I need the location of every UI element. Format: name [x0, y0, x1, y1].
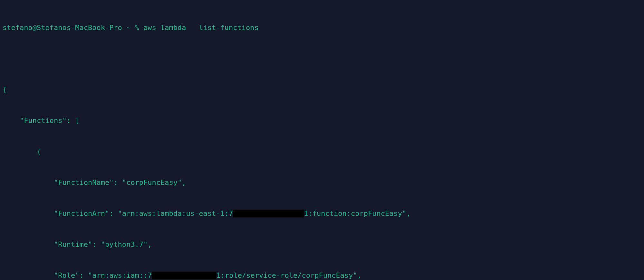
command-text: aws lambda list-functions: [143, 24, 259, 32]
role-prefix: "Role": "arn:aws:iam::7: [3, 271, 152, 279]
arn-suffix: 1:function:corpFuncEasy",: [304, 209, 410, 217]
json-functions-key: "Functions": [: [3, 115, 641, 126]
redacted-account-id-arn: [233, 210, 304, 217]
blank-line: [3, 54, 641, 64]
prompt-userhost: stefano@Stefanos-MacBook-Pro: [3, 24, 122, 32]
json-runtime: "Runtime": "python3.7",: [3, 239, 641, 250]
arn-prefix: "FunctionArn": "arn:aws:lambda:us-east-1…: [3, 209, 233, 217]
json-function-arn: "FunctionArn": "arn:aws:lambda:us-east-1…: [3, 208, 641, 219]
json-function-name: "FunctionName": "corpFuncEasy",: [3, 177, 641, 188]
terminal-window[interactable]: stefano@Stefanos-MacBook-Pro ~ % aws lam…: [0, 0, 644, 280]
role-suffix: 1:role/service-role/corpFuncEasy",: [216, 271, 361, 279]
prompt-path: ~: [126, 24, 130, 32]
prompt-line[interactable]: stefano@Stefanos-MacBook-Pro ~ % aws lam…: [3, 23, 641, 33]
json-open-brace: {: [3, 85, 641, 95]
json-role: "Role": "arn:aws:iam::7 1:role/service-r…: [3, 270, 641, 280]
redacted-account-id-role: [152, 272, 216, 279]
json-object-open: {: [3, 146, 641, 157]
prompt-symbol: %: [135, 24, 139, 32]
